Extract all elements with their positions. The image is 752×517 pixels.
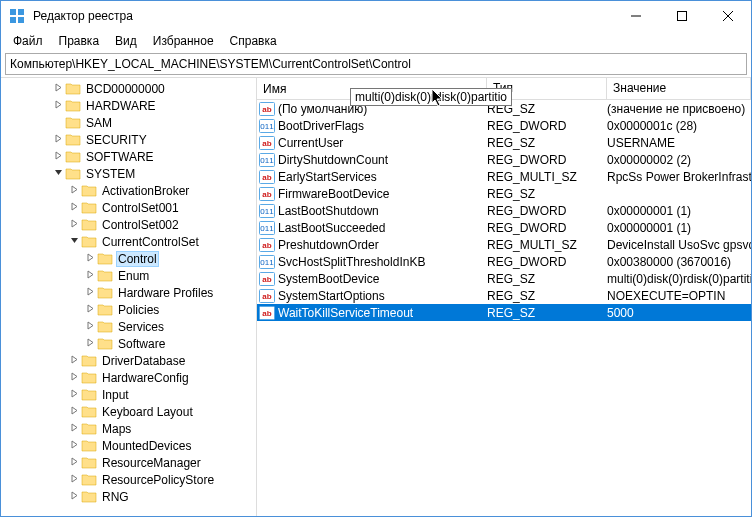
chevron-right-icon[interactable] — [51, 151, 65, 162]
tree-item[interactable]: Services — [3, 318, 256, 335]
tree-item-label: SOFTWARE — [84, 150, 156, 164]
string-value-icon: ab — [259, 271, 275, 287]
menu-favorites[interactable]: Избранное — [145, 32, 222, 50]
value-name: WaitToKillServiceTimeout — [278, 306, 413, 320]
value-name: BootDriverFlags — [278, 119, 364, 133]
chevron-right-icon[interactable] — [67, 491, 81, 502]
value-name: FirmwareBootDevice — [278, 187, 389, 201]
chevron-right-icon[interactable] — [67, 219, 81, 230]
value-row[interactable]: 011SvcHostSplitThresholdInKBREG_DWORD0x0… — [257, 253, 751, 270]
value-row[interactable]: abWaitToKillServiceTimeoutREG_SZ5000 — [257, 304, 751, 321]
folder-icon — [97, 302, 113, 318]
tree-item[interactable]: CurrentControlSet — [3, 233, 256, 250]
chevron-right-icon[interactable] — [67, 389, 81, 400]
tree-item[interactable]: Control — [3, 250, 256, 267]
tree-item[interactable]: RNG — [3, 488, 256, 505]
tree-item[interactable]: Policies — [3, 301, 256, 318]
tree-item[interactable]: Maps — [3, 420, 256, 437]
chevron-down-icon[interactable] — [51, 168, 65, 179]
chevron-right-icon[interactable] — [51, 134, 65, 145]
svg-rect-0 — [10, 9, 16, 15]
tree-item[interactable]: HARDWARE — [3, 97, 256, 114]
tree-item[interactable]: ResourcePolicyStore — [3, 471, 256, 488]
chevron-right-icon[interactable] — [67, 372, 81, 383]
value-data: 5000 — [607, 306, 751, 320]
minimize-button[interactable] — [613, 1, 659, 31]
value-name: EarlyStartServices — [278, 170, 377, 184]
tree-item[interactable]: Input — [3, 386, 256, 403]
tree-pane[interactable]: BCD00000000HARDWARESAMSECURITYSOFTWARESY… — [1, 78, 257, 516]
tree-item[interactable]: SECURITY — [3, 131, 256, 148]
address-bar[interactable]: Компьютер\HKEY_LOCAL_MACHINE\SYSTEM\Curr… — [5, 53, 747, 75]
value-row[interactable]: 011DirtyShutdownCountREG_DWORD0x00000002… — [257, 151, 751, 168]
tree-item[interactable]: BCD00000000 — [3, 80, 256, 97]
value-data: 0x00000001 (1) — [607, 221, 751, 235]
value-row[interactable]: abSystemStartOptionsREG_SZ NOEXECUTE=OPT… — [257, 287, 751, 304]
chevron-right-icon[interactable] — [67, 202, 81, 213]
chevron-right-icon[interactable] — [67, 440, 81, 451]
tree-item[interactable]: Enum — [3, 267, 256, 284]
menu-edit[interactable]: Правка — [51, 32, 108, 50]
chevron-right-icon[interactable] — [83, 253, 97, 264]
tree-item[interactable]: SAM — [3, 114, 256, 131]
tree-item-label: ControlSet001 — [100, 201, 181, 215]
value-type: REG_SZ — [487, 289, 607, 303]
tree-item[interactable]: SYSTEM — [3, 165, 256, 182]
value-row[interactable]: abFirmwareBootDeviceREG_SZ — [257, 185, 751, 202]
tree-item-label: ControlSet002 — [100, 218, 181, 232]
chevron-down-icon[interactable] — [67, 236, 81, 247]
tree-item[interactable]: Hardware Profiles — [3, 284, 256, 301]
tree-item[interactable]: ControlSet001 — [3, 199, 256, 216]
chevron-right-icon[interactable] — [83, 304, 97, 315]
col-header-data[interactable]: Значение — [607, 78, 751, 99]
svg-text:011: 011 — [260, 207, 274, 216]
value-row[interactable]: abEarlyStartServicesREG_MULTI_SZRpcSs Po… — [257, 168, 751, 185]
tree-item[interactable]: MountedDevices — [3, 437, 256, 454]
tree-item[interactable]: Keyboard Layout — [3, 403, 256, 420]
folder-icon — [97, 251, 113, 267]
tree-item-label: Services — [116, 320, 166, 334]
chevron-right-icon[interactable] — [67, 185, 81, 196]
chevron-right-icon[interactable] — [67, 474, 81, 485]
close-button[interactable] — [705, 1, 751, 31]
chevron-right-icon[interactable] — [83, 287, 97, 298]
folder-icon — [81, 404, 97, 420]
chevron-right-icon[interactable] — [83, 338, 97, 349]
tree-item[interactable]: ResourceManager — [3, 454, 256, 471]
tree-item[interactable]: DriverDatabase — [3, 352, 256, 369]
chevron-right-icon[interactable] — [51, 100, 65, 111]
svg-text:011: 011 — [260, 258, 274, 267]
chevron-right-icon[interactable] — [83, 321, 97, 332]
tree-item-label: ResourcePolicyStore — [100, 473, 216, 487]
tree-item[interactable]: SOFTWARE — [3, 148, 256, 165]
value-row[interactable]: abCurrentUserREG_SZUSERNAME — [257, 134, 751, 151]
value-name: LastBootSucceeded — [278, 221, 385, 235]
tree-item-label: ActivationBroker — [100, 184, 191, 198]
cursor-icon — [432, 100, 446, 110]
chevron-right-icon[interactable] — [67, 355, 81, 366]
menu-file[interactable]: Файл — [5, 32, 51, 50]
value-data: 0x00380000 (3670016) — [607, 255, 751, 269]
tree-item[interactable]: ActivationBroker — [3, 182, 256, 199]
tree-item[interactable]: ControlSet002 — [3, 216, 256, 233]
value-row[interactable]: 011LastBootShutdownREG_DWORD0x00000001 (… — [257, 202, 751, 219]
value-data: NOEXECUTE=OPTIN — [607, 289, 751, 303]
chevron-right-icon[interactable] — [67, 423, 81, 434]
menu-view[interactable]: Вид — [107, 32, 145, 50]
chevron-right-icon[interactable] — [51, 83, 65, 94]
maximize-button[interactable] — [659, 1, 705, 31]
value-row[interactable]: 011LastBootSucceededREG_DWORD0x00000001 … — [257, 219, 751, 236]
value-row[interactable]: 011BootDriverFlagsREG_DWORD0x0000001c (2… — [257, 117, 751, 134]
tree-item[interactable]: Software — [3, 335, 256, 352]
value-row[interactable]: abSystemBootDeviceREG_SZmulti(0)disk(0)r… — [257, 270, 751, 287]
tree-item-label: ResourceManager — [100, 456, 203, 470]
tree-item-label: DriverDatabase — [100, 354, 187, 368]
values-list[interactable]: multi(0)disk(0)rdisk(0)partitio ab(По ум… — [257, 100, 751, 516]
chevron-right-icon[interactable] — [83, 270, 97, 281]
menu-help[interactable]: Справка — [222, 32, 285, 50]
tree-item[interactable]: HardwareConfig — [3, 369, 256, 386]
chevron-right-icon[interactable] — [67, 457, 81, 468]
value-row[interactable]: abPreshutdownOrderREG_MULTI_SZDeviceInst… — [257, 236, 751, 253]
value-type: REG_SZ — [487, 306, 607, 320]
chevron-right-icon[interactable] — [67, 406, 81, 417]
